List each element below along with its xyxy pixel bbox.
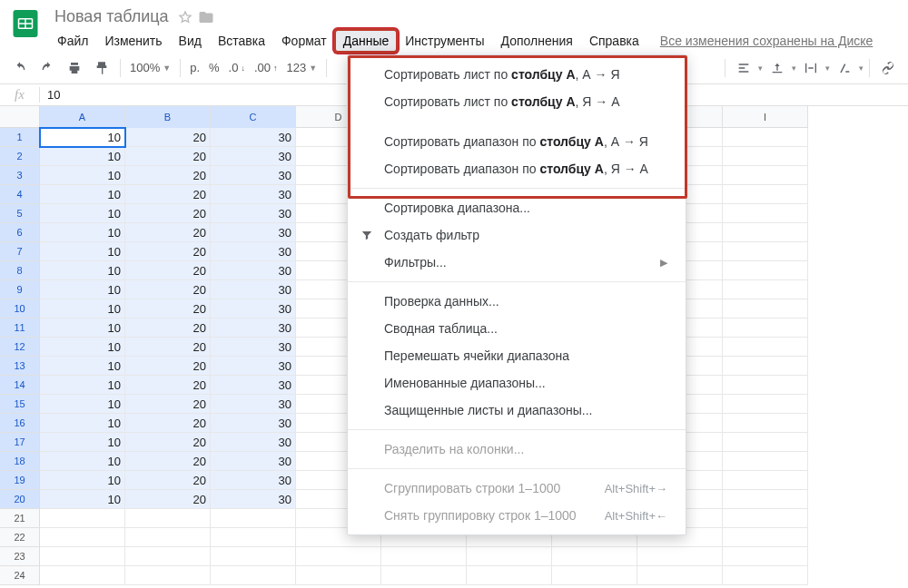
cell[interactable]: 30 <box>211 280 296 299</box>
cell[interactable]: 30 <box>211 261 296 280</box>
cell[interactable]: 10 <box>40 128 125 147</box>
row-header[interactable]: 19 <box>0 471 40 490</box>
row-header[interactable]: 20 <box>0 490 40 509</box>
cell[interactable] <box>723 280 808 299</box>
cell[interactable]: 30 <box>211 204 296 223</box>
cell[interactable]: 20 <box>125 242 211 261</box>
cell[interactable]: 10 <box>40 242 125 261</box>
cell[interactable]: 10 <box>40 185 125 204</box>
cell[interactable]: 30 <box>211 299 296 318</box>
row-header[interactable]: 14 <box>0 376 40 395</box>
cell[interactable] <box>40 528 125 547</box>
cell[interactable]: 10 <box>40 376 125 395</box>
row-header[interactable]: 18 <box>0 452 40 471</box>
cell[interactable]: 30 <box>211 395 296 414</box>
row-header[interactable]: 2 <box>0 147 40 166</box>
cell[interactable]: 20 <box>125 395 211 414</box>
row-header[interactable]: 8 <box>0 261 40 280</box>
cell[interactable] <box>211 509 296 528</box>
cell[interactable] <box>723 490 808 509</box>
menu-справка[interactable]: Справка <box>581 30 647 52</box>
menu-item[interactable]: Сводная таблица... <box>348 315 686 342</box>
cell[interactable] <box>723 528 808 547</box>
cell[interactable]: 20 <box>125 376 211 395</box>
halign-button[interactable] <box>731 55 756 81</box>
row-header[interactable]: 17 <box>0 433 40 452</box>
cell[interactable]: 20 <box>125 204 211 223</box>
cell[interactable] <box>296 547 381 566</box>
row-header[interactable]: 12 <box>0 338 40 357</box>
rotate-button[interactable] <box>832 55 857 81</box>
menu-item[interactable]: Фильтры...▶ <box>348 249 686 276</box>
menu-изменить[interactable]: Изменить <box>96 30 170 52</box>
cell[interactable]: 20 <box>125 128 211 147</box>
cell[interactable] <box>723 395 808 414</box>
cell[interactable] <box>211 566 296 585</box>
col-header-B[interactable]: B <box>125 106 211 128</box>
cell[interactable] <box>552 566 637 585</box>
cell[interactable] <box>723 433 808 452</box>
cell[interactable]: 30 <box>211 433 296 452</box>
cell[interactable]: 20 <box>125 261 211 280</box>
cell[interactable]: 10 <box>40 414 125 433</box>
cell[interactable]: 20 <box>125 490 211 509</box>
cell[interactable]: 10 <box>40 280 125 299</box>
menu-item[interactable]: Сортировать диапазон по столбцу A, Я → А <box>348 155 686 182</box>
row-header[interactable]: 3 <box>0 166 40 185</box>
cell[interactable] <box>723 261 808 280</box>
cell[interactable]: 30 <box>211 338 296 357</box>
cell[interactable] <box>723 471 808 490</box>
menu-item[interactable]: Именованные диапазоны... <box>348 369 686 397</box>
cell[interactable]: 30 <box>211 414 296 433</box>
cell[interactable] <box>40 509 125 528</box>
cell[interactable]: 30 <box>211 376 296 395</box>
cell[interactable]: 20 <box>125 471 211 490</box>
cell[interactable]: 10 <box>40 299 125 318</box>
cell[interactable] <box>467 566 552 585</box>
menu-item[interactable]: Проверка данных... <box>348 288 686 315</box>
cell[interactable]: 20 <box>125 452 211 471</box>
row-header[interactable]: 4 <box>0 185 40 204</box>
row-header[interactable]: 9 <box>0 280 40 299</box>
cell[interactable] <box>125 528 211 547</box>
cell[interactable]: 30 <box>211 223 296 242</box>
cell[interactable]: 20 <box>125 414 211 433</box>
menu-item[interactable]: Сортировка диапазона... <box>348 194 686 221</box>
cell[interactable]: 10 <box>40 147 125 166</box>
cell[interactable] <box>723 318 808 338</box>
menu-item[interactable]: Сортировать диапазон по столбцу A, А → Я <box>348 128 686 155</box>
col-header-I[interactable]: I <box>723 106 808 128</box>
increase-decimal-button[interactable]: .00↑ <box>251 61 281 74</box>
cell[interactable]: 10 <box>40 338 125 357</box>
redo-button[interactable] <box>35 55 60 81</box>
row-header[interactable]: 6 <box>0 223 40 242</box>
cell[interactable]: 10 <box>40 452 125 471</box>
row-header[interactable]: 7 <box>0 242 40 261</box>
cell[interactable] <box>40 547 125 566</box>
cell[interactable] <box>296 566 381 585</box>
row-header[interactable]: 5 <box>0 204 40 223</box>
cell[interactable] <box>125 547 211 566</box>
cell[interactable]: 20 <box>125 338 211 357</box>
cell[interactable] <box>637 547 723 566</box>
menu-item[interactable]: Создать фильтр <box>348 221 686 249</box>
folder-icon[interactable] <box>198 9 214 25</box>
row-header[interactable]: 1 <box>0 128 40 147</box>
cell[interactable]: 30 <box>211 242 296 261</box>
cell[interactable] <box>723 376 808 395</box>
cell[interactable]: 30 <box>211 147 296 166</box>
row-header[interactable]: 16 <box>0 414 40 433</box>
cell[interactable] <box>211 528 296 547</box>
cell[interactable] <box>723 566 808 585</box>
save-status[interactable]: Все изменения сохранены на Диске <box>660 34 873 48</box>
percent-button[interactable]: % <box>205 61 223 74</box>
col-header-A[interactable]: A <box>40 106 125 128</box>
row-header[interactable]: 13 <box>0 357 40 376</box>
cell[interactable]: 20 <box>125 280 211 299</box>
menu-item[interactable]: Сортировать лист по столбцу A, А → Я <box>348 61 686 88</box>
cell[interactable] <box>723 357 808 376</box>
undo-button[interactable] <box>7 55 33 81</box>
star-icon[interactable] <box>178 10 192 24</box>
cell[interactable]: 10 <box>40 261 125 280</box>
menu-item[interactable]: Перемешать ячейки диапазона <box>348 342 686 369</box>
